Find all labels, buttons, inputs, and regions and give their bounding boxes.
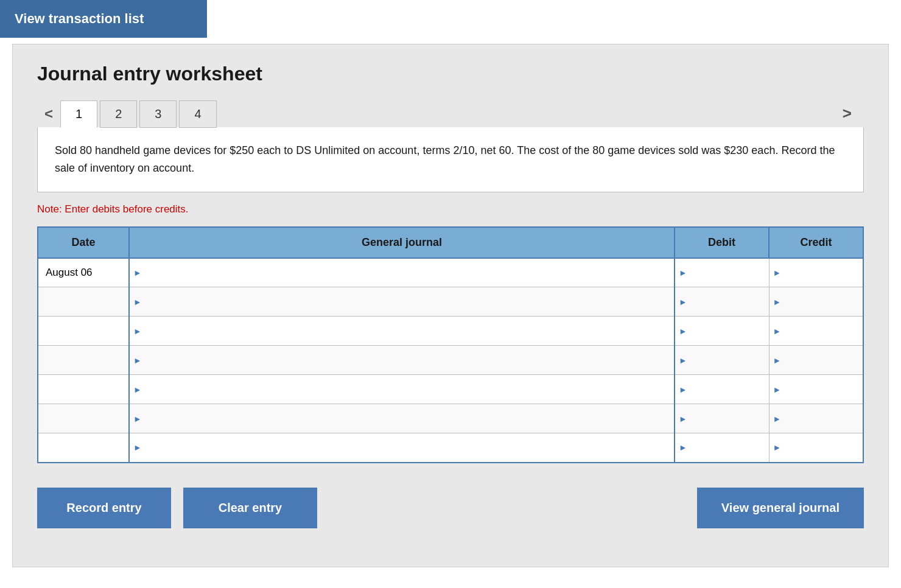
cell-arrow-icon: ► (675, 297, 690, 307)
cell-arrow-icon: ► (675, 326, 690, 336)
credit-input-4[interactable] (784, 346, 863, 374)
view-general-journal-button[interactable]: View general journal (697, 488, 864, 528)
top-nav: View transaction list (0, 0, 901, 38)
debit-input-1[interactable] (690, 259, 769, 287)
table-row: ► ► ► (38, 346, 863, 375)
table-row: ► ► ► (38, 375, 863, 404)
cell-arrow-icon: ► (675, 268, 690, 278)
journal-cell-2[interactable]: ► (129, 287, 675, 317)
cell-arrow-icon: ► (770, 414, 784, 424)
debit-input-4[interactable] (690, 346, 769, 374)
cell-arrow-icon: ► (130, 385, 144, 394)
cell-arrow-icon: ► (675, 385, 690, 394)
view-transaction-button[interactable]: View transaction list (0, 0, 207, 38)
tab-next-arrow[interactable]: > (843, 104, 852, 123)
credit-cell-3[interactable]: ► (769, 317, 863, 346)
journal-cell-4[interactable]: ► (129, 346, 675, 375)
date-cell-3 (38, 317, 129, 346)
tab-nav: < 1 2 3 4 > (37, 100, 864, 127)
journal-cell-6[interactable]: ► (129, 404, 675, 433)
page-title: Journal entry worksheet (37, 63, 864, 85)
cell-arrow-icon: ► (130, 268, 144, 278)
cell-arrow-icon: ► (130, 326, 144, 336)
journal-input-2[interactable] (144, 287, 674, 316)
credit-input-5[interactable] (784, 375, 863, 404)
cell-arrow-icon: ► (770, 326, 784, 336)
debit-input-3[interactable] (690, 317, 769, 345)
date-cell-2 (38, 287, 129, 317)
table-row: ► ► ► (38, 433, 863, 463)
table-row: ► ► ► (38, 317, 863, 346)
journal-input-5[interactable] (144, 375, 674, 404)
tab-prev-arrow[interactable]: < (37, 100, 60, 127)
debit-input-5[interactable] (690, 375, 769, 404)
col-header-general-journal: General journal (129, 227, 675, 258)
bottom-buttons: Record entry Clear entry View general jo… (37, 488, 864, 528)
journal-cell-7[interactable]: ► (129, 433, 675, 463)
credit-cell-1[interactable]: ► (769, 258, 863, 287)
col-header-date: Date (38, 227, 129, 258)
cell-arrow-icon: ► (130, 297, 144, 307)
debit-input-2[interactable] (690, 287, 769, 316)
description-box: Sold 80 handheld game devices for $250 e… (37, 127, 864, 192)
journal-input-1[interactable] (144, 259, 674, 287)
credit-cell-7[interactable]: ► (769, 433, 863, 463)
col-header-debit: Debit (675, 227, 769, 258)
debit-cell-4[interactable]: ► (675, 346, 769, 375)
journal-input-7[interactable] (144, 433, 674, 462)
credit-input-2[interactable] (784, 287, 863, 316)
tab-3[interactable]: 3 (139, 100, 177, 128)
cell-arrow-icon: ► (770, 355, 784, 365)
clear-entry-button[interactable]: Clear entry (183, 488, 317, 528)
date-cell-5 (38, 375, 129, 404)
cell-arrow-icon: ► (675, 355, 690, 365)
cell-arrow-icon: ► (675, 414, 690, 424)
journal-cell-1[interactable]: ► (129, 258, 675, 287)
date-cell-7 (38, 433, 129, 463)
journal-table: Date General journal Debit Credit August… (37, 226, 864, 463)
main-content: Journal entry worksheet < 1 2 3 4 > Sold… (12, 44, 889, 567)
journal-cell-5[interactable]: ► (129, 375, 675, 404)
debit-cell-3[interactable]: ► (675, 317, 769, 346)
cell-arrow-icon: ► (675, 443, 690, 452)
date-cell-6 (38, 404, 129, 433)
cell-arrow-icon: ► (770, 297, 784, 307)
cell-arrow-icon: ► (130, 443, 144, 452)
cell-arrow-icon: ► (770, 268, 784, 278)
credit-cell-6[interactable]: ► (769, 404, 863, 433)
credit-cell-5[interactable]: ► (769, 375, 863, 404)
record-entry-button[interactable]: Record entry (37, 488, 171, 528)
date-cell-1: August 06 (38, 258, 129, 287)
table-row: ► ► ► (38, 287, 863, 317)
table-row: ► ► ► (38, 404, 863, 433)
journal-input-4[interactable] (144, 346, 674, 374)
date-cell-4 (38, 346, 129, 375)
journal-input-3[interactable] (144, 317, 674, 345)
journal-cell-3[interactable]: ► (129, 317, 675, 346)
cell-arrow-icon: ► (770, 385, 784, 394)
debit-input-7[interactable] (690, 433, 769, 462)
credit-input-7[interactable] (784, 433, 863, 462)
cell-arrow-icon: ► (130, 355, 144, 365)
credit-input-1[interactable] (784, 259, 863, 287)
credit-input-3[interactable] (784, 317, 863, 345)
col-header-credit: Credit (769, 227, 863, 258)
tab-2[interactable]: 2 (100, 100, 137, 128)
cell-arrow-icon: ► (770, 443, 784, 452)
debit-cell-2[interactable]: ► (675, 287, 769, 317)
note-text: Note: Enter debits before credits. (37, 203, 864, 215)
credit-input-6[interactable] (784, 404, 863, 433)
credit-cell-2[interactable]: ► (769, 287, 863, 317)
credit-cell-4[interactable]: ► (769, 346, 863, 375)
debit-cell-6[interactable]: ► (675, 404, 769, 433)
debit-input-6[interactable] (690, 404, 769, 433)
cell-arrow-icon: ► (130, 414, 144, 424)
tab-1[interactable]: 1 (60, 100, 97, 128)
debit-cell-1[interactable]: ► (675, 258, 769, 287)
tab-4[interactable]: 4 (179, 100, 216, 128)
table-row: August 06 ► ► ► (38, 258, 863, 287)
debit-cell-7[interactable]: ► (675, 433, 769, 463)
journal-input-6[interactable] (144, 404, 674, 433)
debit-cell-5[interactable]: ► (675, 375, 769, 404)
